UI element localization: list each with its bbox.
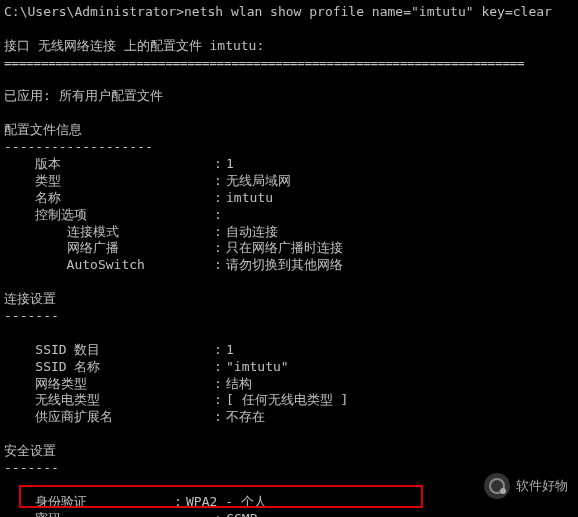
- value-cipher: CCMP: [226, 511, 574, 517]
- label-version: 版本: [4, 156, 214, 173]
- label-name: 名称: [4, 190, 214, 207]
- colon: :: [214, 376, 226, 393]
- label-vendor-ext: 供应商扩展名: [4, 409, 214, 426]
- colon: :: [214, 207, 226, 224]
- watermark-text: 软件好物: [516, 478, 568, 495]
- label-auth: 身份验证: [4, 494, 174, 511]
- value-conn-mode: 自动连接: [226, 224, 574, 241]
- section-title-conn: 连接设置: [4, 291, 574, 308]
- colon: :: [174, 494, 186, 511]
- blank-line: [4, 105, 574, 122]
- colon: :: [214, 342, 226, 359]
- blank-line: [4, 72, 574, 89]
- label-conn-mode: 连接模式: [4, 224, 214, 241]
- row-type: 类型 : 无线局域网: [4, 173, 574, 190]
- colon: :: [214, 240, 226, 257]
- separator: ========================================…: [4, 55, 574, 72]
- value-ssid-count: 1: [226, 342, 574, 359]
- row-ssid-count: SSID 数目 : 1: [4, 342, 574, 359]
- value-net-type: 结构: [226, 376, 574, 393]
- label-autoswitch: AutoSwitch: [4, 257, 214, 274]
- label-broadcast: 网络广播: [4, 240, 214, 257]
- blank-line: [4, 274, 574, 291]
- watermark: 软件好物: [484, 473, 568, 499]
- row-name: 名称 : imtutu: [4, 190, 574, 207]
- interface-header: 接口 无线网络连接 上的配置文件 imtutu:: [4, 38, 574, 55]
- colon: :: [214, 156, 226, 173]
- colon: :: [214, 173, 226, 190]
- label-radio-type: 无线电类型: [4, 392, 214, 409]
- terminal-window: C:\Users\Administrator>netsh wlan show p…: [0, 0, 578, 517]
- colon: :: [214, 190, 226, 207]
- colon: :: [214, 409, 226, 426]
- colon: :: [214, 392, 226, 409]
- section-title-sec: 安全设置: [4, 443, 574, 460]
- value-type: 无线局域网: [226, 173, 574, 190]
- label-type: 类型: [4, 173, 214, 190]
- label-cipher: 密码: [4, 511, 214, 517]
- row-vendor-ext: 供应商扩展名 : 不存在: [4, 409, 574, 426]
- value-ssid-name: "imtutu": [226, 359, 574, 376]
- colon: :: [214, 257, 226, 274]
- label-net-type: 网络类型: [4, 376, 214, 393]
- blank-line: [4, 426, 574, 443]
- command-prompt-line: C:\Users\Administrator>netsh wlan show p…: [4, 4, 574, 21]
- row-radio-type: 无线电类型 : [ 任何无线电类型 ]: [4, 392, 574, 409]
- row-conn-mode: 连接模式 : 自动连接: [4, 224, 574, 241]
- value-name: imtutu: [226, 190, 574, 207]
- value-version: 1: [226, 156, 574, 173]
- row-ssid-name: SSID 名称 : "imtutu": [4, 359, 574, 376]
- colon: :: [214, 511, 226, 517]
- label-ssid-name: SSID 名称: [4, 359, 214, 376]
- value-autoswitch: 请勿切换到其他网络: [226, 257, 574, 274]
- colon: :: [214, 224, 226, 241]
- row-cipher: 密码 : CCMP: [4, 511, 574, 517]
- applied-line: 已应用: 所有用户配置文件: [4, 88, 574, 105]
- value-vendor-ext: 不存在: [226, 409, 574, 426]
- dash-line: -------: [4, 308, 574, 325]
- value-radio-type: [ 任何无线电类型 ]: [226, 392, 574, 409]
- row-version: 版本 : 1: [4, 156, 574, 173]
- value-control-options: [226, 207, 574, 224]
- row-net-type: 网络类型 : 结构: [4, 376, 574, 393]
- row-control-options: 控制选项 :: [4, 207, 574, 224]
- wechat-icon: [484, 473, 510, 499]
- blank-line: [4, 325, 574, 342]
- row-broadcast: 网络广播 : 只在网络广播时连接: [4, 240, 574, 257]
- dash-line: -------------------: [4, 139, 574, 156]
- row-autoswitch: AutoSwitch : 请勿切换到其他网络: [4, 257, 574, 274]
- label-control-options: 控制选项: [4, 207, 214, 224]
- colon: :: [214, 359, 226, 376]
- label-ssid-count: SSID 数目: [4, 342, 214, 359]
- section-title-info: 配置文件信息: [4, 122, 574, 139]
- blank-line: [4, 21, 574, 38]
- value-broadcast: 只在网络广播时连接: [226, 240, 574, 257]
